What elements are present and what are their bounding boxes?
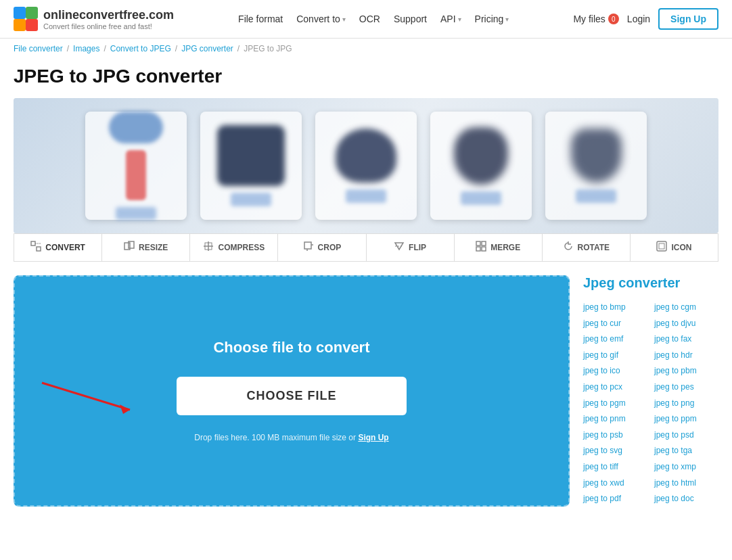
merge-icon bbox=[476, 241, 486, 254]
svg-rect-22 bbox=[659, 243, 664, 249]
preview-sub-blue-3 bbox=[346, 189, 386, 203]
sidebar-link[interactable]: jpeg to psd bbox=[654, 428, 718, 443]
sidebar-link[interactable]: jpeg to pnm bbox=[583, 412, 647, 427]
sidebar-link[interactable]: jpeg to bmp bbox=[583, 300, 647, 315]
sidebar-link[interactable]: jpeg to xmp bbox=[654, 460, 718, 475]
svg-rect-18 bbox=[482, 241, 486, 246]
svg-rect-20 bbox=[482, 247, 486, 251]
sidebar-link[interactable]: jpeg to gif bbox=[583, 348, 647, 363]
header-right: My files 0 Login Sign Up bbox=[573, 8, 718, 30]
nav-convert-to[interactable]: Convert to ▾ bbox=[296, 14, 346, 24]
toolbar: CONVERT RESIZE COMPRESS CROP FLIP bbox=[14, 233, 718, 262]
svg-rect-19 bbox=[476, 247, 480, 251]
tab-resize[interactable]: RESIZE bbox=[102, 234, 190, 261]
tab-compress[interactable]: COMPRESS bbox=[190, 234, 278, 261]
preview-blob-dark bbox=[217, 125, 285, 186]
preview-sub-blue-5 bbox=[576, 189, 616, 203]
svg-marker-24 bbox=[120, 404, 130, 414]
chevron-down-icon: ▾ bbox=[458, 16, 461, 23]
tab-rotate[interactable]: ROTATE bbox=[543, 234, 631, 261]
preview-inner bbox=[14, 98, 718, 233]
logo-icon bbox=[14, 7, 38, 31]
nav-pricing[interactable]: Pricing ▾ bbox=[475, 14, 509, 24]
red-arrow-icon bbox=[35, 376, 143, 417]
sidebar-link[interactable]: jpeg to cgm bbox=[654, 300, 718, 315]
header: onlineconvertfree.com Convert files onli… bbox=[0, 0, 732, 39]
svg-rect-17 bbox=[476, 241, 480, 246]
signup-drop-link[interactable]: Sign Up bbox=[358, 433, 388, 442]
drop-text: Drop files here. 100 MB maximum file siz… bbox=[194, 433, 388, 442]
preview-blob-dark2 bbox=[336, 129, 396, 183]
sidebar-link[interactable]: jpeg to ppm bbox=[654, 412, 718, 427]
svg-rect-0 bbox=[14, 7, 26, 19]
logo-text: onlineconvertfree.com bbox=[43, 8, 174, 22]
nav-support[interactable]: Support bbox=[394, 14, 427, 24]
main-nav: File format Convert to ▾ OCR Support API… bbox=[238, 14, 509, 24]
breadcrumb-jpg-converter[interactable]: JPG converter bbox=[181, 44, 233, 53]
nav-api[interactable]: API ▾ bbox=[440, 14, 461, 24]
breadcrumb-current: JPEG to JPG bbox=[244, 44, 292, 53]
sidebar-link[interactable]: jpeg to xwd bbox=[583, 476, 647, 491]
sidebar-link[interactable]: jpeg to ico bbox=[583, 364, 647, 379]
breadcrumb-convert-to-jpeg[interactable]: Convert to JPEG bbox=[110, 44, 171, 53]
sidebar-link[interactable]: jpeg to svg bbox=[583, 444, 647, 459]
sidebar-link[interactable]: jpeg to hdr bbox=[654, 348, 718, 363]
sidebar-link[interactable]: jpeg to djvu bbox=[654, 317, 718, 331]
main-content: JPEG to JPG converter bbox=[0, 59, 732, 527]
sidebar-link[interactable]: jpeg to html bbox=[654, 476, 718, 491]
icon-icon bbox=[656, 241, 667, 254]
preview-card-2 bbox=[200, 112, 302, 220]
breadcrumb-images[interactable]: Images bbox=[73, 44, 99, 53]
tab-flip[interactable]: FLIP bbox=[367, 234, 455, 261]
tab-icon[interactable]: ICON bbox=[631, 234, 718, 261]
signup-button[interactable]: Sign Up bbox=[658, 8, 718, 30]
resize-icon bbox=[124, 241, 135, 254]
sidebar-link[interactable]: jpeg to tiff bbox=[583, 460, 647, 475]
arrow-area: CHOOSE FILE bbox=[28, 377, 555, 415]
compress-icon bbox=[203, 241, 214, 254]
preview-card-3 bbox=[315, 112, 417, 220]
preview-banner bbox=[14, 98, 718, 233]
choose-file-button[interactable]: CHOOSE FILE bbox=[177, 377, 407, 415]
sidebar-link[interactable]: jpeg to fax bbox=[654, 332, 718, 347]
sidebar-link[interactable]: jpeg to pdf bbox=[583, 492, 647, 507]
sidebar: Jpeg converter jpeg to bmpjpeg to cgmjpe… bbox=[583, 275, 718, 507]
chevron-down-icon: ▾ bbox=[505, 16, 509, 23]
page-title: JPEG to JPG converter bbox=[14, 66, 718, 87]
sidebar-link[interactable]: jpeg to png bbox=[654, 396, 718, 411]
tab-crop[interactable]: CROP bbox=[278, 234, 366, 261]
login-button[interactable]: Login bbox=[627, 14, 650, 24]
flip-icon bbox=[394, 241, 405, 254]
sidebar-link[interactable]: jpeg to psb bbox=[583, 428, 647, 443]
rotate-icon bbox=[563, 241, 574, 254]
sidebar-links: jpeg to bmpjpeg to cgmjpeg to curjpeg to… bbox=[583, 300, 718, 507]
my-files-button[interactable]: My files 0 bbox=[573, 14, 618, 24]
preview-blob-red bbox=[126, 150, 146, 201]
svg-rect-4 bbox=[31, 241, 35, 246]
crop-icon bbox=[303, 241, 314, 254]
preview-blob-dark4 bbox=[571, 129, 622, 183]
sidebar-link[interactable]: jpeg to cur bbox=[583, 317, 647, 331]
tab-merge[interactable]: MERGE bbox=[455, 234, 543, 261]
sidebar-link[interactable]: jpeg to pes bbox=[654, 380, 718, 395]
sidebar-link[interactable]: jpeg to emf bbox=[583, 332, 647, 347]
nav-ocr[interactable]: OCR bbox=[359, 14, 380, 24]
tab-convert[interactable]: CONVERT bbox=[14, 234, 102, 261]
svg-rect-12 bbox=[304, 242, 311, 249]
svg-rect-2 bbox=[14, 19, 26, 31]
sidebar-link[interactable]: jpeg to pbm bbox=[654, 364, 718, 379]
files-badge: 0 bbox=[608, 14, 619, 24]
convert-icon bbox=[30, 241, 41, 254]
sidebar-link[interactable]: jpeg to doc bbox=[654, 492, 718, 507]
upload-box: Choose file to convert CHOOSE FILE Drop … bbox=[14, 275, 570, 507]
sidebar-link[interactable]: jpeg to pgm bbox=[583, 396, 647, 411]
svg-rect-21 bbox=[657, 241, 666, 251]
breadcrumb-file-converter[interactable]: File converter bbox=[14, 44, 63, 53]
sidebar-link[interactable]: jpeg to tga bbox=[654, 444, 718, 459]
nav-file-format[interactable]: File format bbox=[238, 14, 283, 24]
preview-sub-blue bbox=[116, 207, 156, 220]
preview-sub-blue-4 bbox=[461, 191, 501, 205]
preview-blob-blue bbox=[109, 112, 163, 143]
preview-blob-dark3 bbox=[454, 127, 508, 185]
sidebar-link[interactable]: jpeg to pcx bbox=[583, 380, 647, 395]
